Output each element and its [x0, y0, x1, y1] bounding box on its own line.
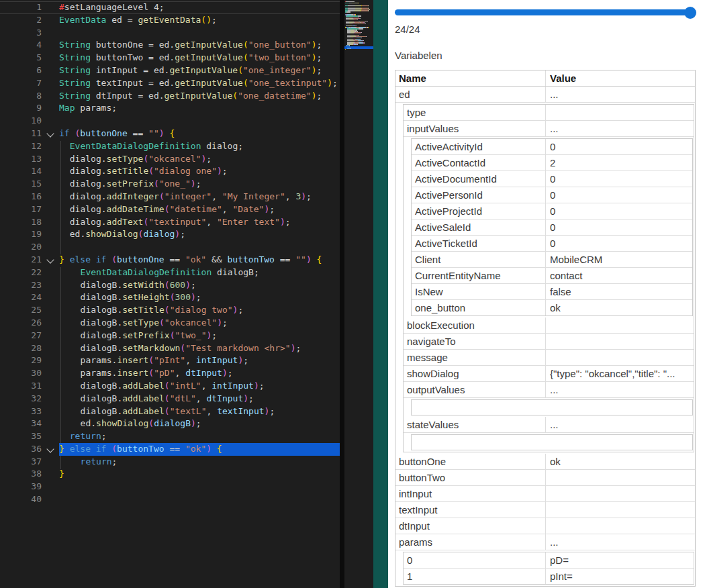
variable-name-cell[interactable]: outputValues [404, 382, 546, 397]
code-line[interactable]: 20 [0, 241, 340, 254]
code-line[interactable]: 36} else if (buttonTwo == "ok") { [0, 443, 340, 456]
code-line[interactable]: 40 [0, 493, 340, 506]
code-line[interactable]: 5String buttonTwo = ed.getInputValue("tw… [0, 52, 340, 64]
code-text[interactable]: String dtInput = ed.getInputValue("one_d… [59, 90, 340, 103]
code-line[interactable]: 31dialogB.addLabel("intL", intInput); [0, 380, 340, 393]
code-text[interactable]: params.insert("pD", dtInput); [59, 367, 340, 380]
code-text[interactable]: dialogB.setTitle("dialog two"); [59, 304, 340, 317]
fold-toggle-icon[interactable] [42, 128, 59, 140]
variable-row[interactable]: message [404, 350, 694, 366]
variable-name-cell[interactable]: ActiveProjectId [412, 203, 546, 219]
variable-row[interactable]: ActiveDocumentId0 [412, 171, 692, 187]
code-text[interactable]: EventDataDialogDefinition dialog; [59, 140, 340, 153]
variable-row[interactable]: one_buttonok [412, 300, 692, 315]
code-text[interactable]: ed.showDialog(dialog); [59, 228, 340, 241]
variable-name-cell[interactable]: dtInput [395, 518, 546, 534]
variable-name-cell[interactable]: 1 [404, 569, 546, 584]
code-line[interactable]: 22EventDataDialogDefinition dialogB; [0, 266, 340, 279]
variable-row[interactable]: ed... [395, 87, 695, 103]
variable-name-cell[interactable]: CurrentEntityName [412, 268, 546, 283]
variable-row[interactable]: showDialog{"type": "okcancel","title": "… [404, 366, 694, 382]
code-text[interactable]: dialogB.setPrefix("two_"); [59, 330, 340, 342]
variable-name-cell[interactable]: blockExecution [404, 317, 546, 333]
code-line[interactable]: 4String buttonOne = ed.getInputValue("on… [0, 39, 340, 52]
variable-name-cell[interactable]: params [395, 534, 546, 550]
code-text[interactable]: dialog.addText("textinput", "Enter text"… [59, 216, 340, 229]
variable-row[interactable]: stateValues... [404, 417, 694, 433]
variable-row[interactable]: outputValues... [404, 382, 694, 398]
code-text[interactable]: String buttonTwo = ed.getInputValue("two… [59, 52, 340, 64]
code-text[interactable]: dialog.addInteger("integer", "My Integer… [59, 191, 340, 203]
code-text[interactable]: ed.showDialog(dialogB); [59, 418, 340, 430]
code-line[interactable]: 10 [0, 115, 340, 128]
variable-row[interactable]: buttonTwo [395, 470, 695, 486]
variable-row[interactable]: ActivePersonId0 [412, 187, 692, 203]
code-text[interactable]: dialog.addDateTime("datetime", "Date"); [59, 203, 340, 216]
variable-row[interactable]: navigateTo [404, 334, 694, 350]
variable-row[interactable]: intInput [395, 486, 695, 502]
code-text[interactable] [59, 241, 340, 254]
variable-name-cell[interactable]: ActivePersonId [412, 187, 546, 203]
slider-thumb[interactable] [684, 7, 696, 19]
variable-row[interactable]: CurrentEntityNamecontact [412, 268, 692, 284]
code-line[interactable]: 17dialog.addDateTime("datetime", "Date")… [0, 203, 340, 216]
code-line[interactable]: 27dialogB.setPrefix("two_"); [0, 330, 340, 342]
code-text[interactable]: #setLanguageLevel 4; [59, 1, 340, 14]
code-line[interactable]: 21} else if (buttonOne == "ok" && button… [0, 254, 340, 266]
code-line[interactable]: 8String dtInput = ed.getInputValue("one_… [0, 90, 340, 103]
variable-row[interactable]: inputValues... [404, 121, 694, 137]
code-line[interactable]: 6String intInput = ed.getInputValue("one… [0, 64, 340, 77]
variable-name-cell[interactable]: 0 [404, 552, 546, 568]
code-text[interactable]: } [59, 468, 340, 481]
code-text[interactable]: dialog.setType("okcancel"); [59, 153, 340, 166]
code-text[interactable]: dialogB.setWidth(600); [59, 279, 340, 292]
code-line[interactable]: 18dialog.addText("textinput", "Enter tex… [0, 216, 340, 229]
code-line[interactable]: 25dialogB.setTitle("dialog two"); [0, 304, 340, 317]
code-line[interactable]: 14dialog.setTitle("dialog one"); [0, 165, 340, 178]
fold-toggle-icon[interactable] [42, 254, 59, 266]
code-line[interactable]: 12EventDataDialogDefinition dialog; [0, 140, 340, 153]
variable-row[interactable]: 1pInt= [404, 569, 694, 584]
code-text[interactable]: } else if (buttonTwo == "ok") { [59, 443, 340, 456]
editor-scrollbar-strip[interactable] [373, 0, 388, 588]
code-text[interactable]: dialogB.addLabel("intL", intInput); [59, 380, 340, 393]
slider-track[interactable] [395, 9, 696, 15]
step-slider[interactable] [395, 7, 696, 19]
variable-name-cell[interactable]: ActiveSaleId [412, 219, 546, 235]
variable-row[interactable]: ActiveSaleId0 [412, 219, 692, 236]
code-text[interactable]: dialog.setPrefix("one_"); [59, 178, 340, 191]
code-line[interactable]: 7String textInput = ed.getInputValue("on… [0, 77, 340, 90]
code-line[interactable]: 23dialogB.setWidth(600); [0, 279, 340, 292]
variable-row[interactable]: buttonOneok [395, 454, 695, 470]
code-line[interactable]: 24dialogB.setHeight(300); [0, 291, 340, 304]
variable-row[interactable]: ActiveProjectId0 [412, 203, 692, 219]
variable-name-cell[interactable]: stateValues [404, 417, 546, 432]
code-text[interactable]: return; [59, 456, 340, 469]
code-line[interactable]: 3 [0, 27, 340, 40]
code-line[interactable]: 37return; [0, 456, 340, 469]
code-line[interactable]: 2EventData ed = getEventData(); [0, 14, 340, 27]
code-text[interactable]: String textInput = ed.getInputValue("one… [59, 77, 340, 90]
code-line[interactable]: 13dialog.setType("okcancel"); [0, 153, 340, 166]
variable-row[interactable]: ActiveContactId2 [412, 155, 692, 171]
variable-name-cell[interactable]: textInput [395, 502, 546, 518]
code-line[interactable]: 15dialog.setPrefix("one_"); [0, 178, 340, 191]
code-text[interactable]: params.insert("pInt", intInput); [59, 354, 340, 367]
code-text[interactable]: return; [59, 430, 340, 443]
variable-name-cell[interactable]: IsNew [412, 284, 546, 299]
variable-name-cell[interactable]: inputValues [404, 121, 546, 136]
fold-toggle-icon[interactable] [42, 443, 59, 456]
variable-row[interactable]: dtInput [395, 518, 695, 534]
variable-row[interactable]: params... [395, 534, 695, 550]
code-text[interactable]: String intInput = ed.getInputValue("one_… [59, 64, 340, 77]
variable-row[interactable]: textInput [395, 502, 695, 518]
variable-name-cell[interactable]: intInput [395, 486, 546, 501]
code-text[interactable]: dialogB.addLabel("dtL", dtInput); [59, 393, 340, 405]
code-text[interactable] [59, 493, 340, 506]
variable-row[interactable]: ActiveActivityId0 [412, 139, 692, 155]
code-line[interactable]: 38} [0, 468, 340, 481]
variable-name-cell[interactable]: message [404, 350, 546, 365]
code-line[interactable]: 35return; [0, 430, 340, 443]
variable-name-cell[interactable]: ActiveContactId [412, 155, 546, 170]
variable-name-cell[interactable]: Client [412, 252, 546, 267]
